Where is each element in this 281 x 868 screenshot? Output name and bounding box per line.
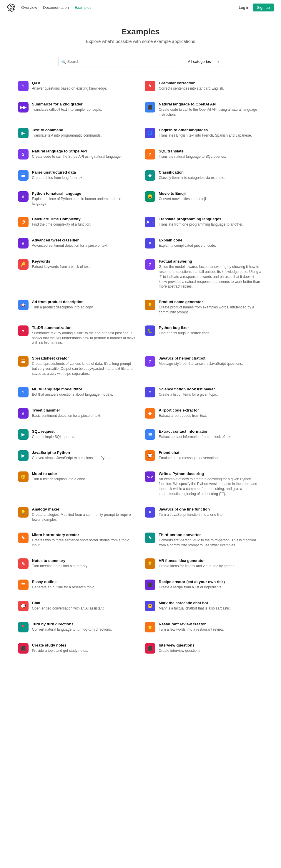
example-card[interactable]: ▶▶Summarize for a 2nd graderTranslates d… [14, 97, 140, 122]
example-card[interactable]: ▶JavaScript to PythonConvert simple Java… [14, 445, 140, 466]
card-desc: Create a recipe from a list of ingredien… [159, 585, 225, 590]
login-button[interactable]: Log in [238, 5, 249, 10]
card-title: Restaurant review creator [159, 622, 224, 626]
example-card[interactable]: 🌐English to other languagesTranslates En… [141, 123, 267, 143]
example-card[interactable]: ⬛Create study notesProvide a topic and g… [14, 638, 140, 658]
card-title: Turn by turn directions [32, 622, 112, 626]
card-desc: Create product names from examples words… [159, 305, 263, 315]
example-card[interactable]: 😊Movie to EmojiConvert movie titles into… [141, 186, 267, 212]
card-text: Ad from product descriptionTurn a produc… [32, 300, 93, 310]
card-text: Translate programming languagesTranslate… [159, 217, 243, 227]
example-card[interactable]: 💡Product name generatorCreate product na… [141, 294, 267, 320]
example-card[interactable]: #Python to natural languageExplain a pie… [14, 186, 140, 212]
card-desc: Create code to call the Stripe API using… [32, 154, 122, 159]
card-text: Mood to colorTurn a text description int… [32, 471, 86, 482]
example-card[interactable]: ⬛Recipe creator (eat at your own risk)Cr… [141, 575, 267, 595]
example-card[interactable]: 😊Mood to colorTurn a text description in… [14, 466, 140, 501]
nav-overview[interactable]: Overview [21, 5, 37, 10]
card-text: Tweet classifierBasic sentiment detectio… [32, 408, 101, 418]
example-card[interactable]: ?Q&AAnswer questions based on existing k… [14, 76, 140, 96]
card-icon: ▼ [18, 326, 29, 336]
example-card[interactable]: ▼TL;DR summarizationSummarize text by ad… [14, 320, 140, 350]
example-card[interactable]: ?ML/AI language model tutorBot that answ… [14, 382, 140, 402]
card-icon: ✎ [145, 532, 156, 543]
example-card[interactable]: 🔑KeywordsExtract keywords from a block o… [14, 254, 140, 294]
example-card[interactable]: ✎Grammar correctionCorrects sentences in… [141, 76, 267, 96]
example-card[interactable]: ▶Text to commandTranslate text into prog… [14, 123, 140, 143]
example-card[interactable]: #Tweet classifierBasic sentiment detecti… [14, 403, 140, 424]
example-card[interactable]: ☰Essay outlineGenerate an outline for a … [14, 575, 140, 595]
example-card[interactable]: ☰Spreadsheet creatorCreate spreadsheets … [14, 351, 140, 381]
category-select[interactable]: All categoriesQ&ACodeConversationGenerat… [185, 57, 223, 66]
example-card[interactable]: 💡Analogy makerCreate analogies. Modified… [14, 502, 140, 527]
card-icon: ? [145, 259, 156, 270]
example-card[interactable]: ?SQL translateTranslate natural language… [141, 144, 267, 164]
card-text: English to other languagesTranslates Eng… [159, 128, 252, 138]
example-card[interactable]: 💬Friend chatEmulate a text message conve… [141, 445, 267, 466]
example-card[interactable]: ⏱Calculate Time ComplexityFind the time … [14, 212, 140, 232]
hero-section: Examples Explore what's possible with so… [0, 15, 281, 51]
card-title: JavaScript helper chatbot [159, 356, 243, 361]
card-title: Recipe creator (eat at your own risk) [159, 580, 225, 584]
card-desc: Create a list of items for a given topic… [159, 392, 218, 397]
card-title: Q&A [32, 81, 107, 85]
card-desc: Create tables from long form text. [32, 175, 84, 180]
card-icon: ✎ [145, 81, 156, 91]
example-card[interactable]: 🐛Python bug fixerFind and fix bugs in so… [141, 320, 267, 350]
card-text: Turn by turn directionsConvert natural l… [32, 622, 112, 632]
example-card[interactable]: #Advanced tweet classifierAdvanced senti… [14, 233, 140, 253]
card-icon: ⏱ [18, 217, 29, 227]
card-desc: Convert natural language to turn-by-turn… [32, 627, 112, 632]
nav-logo [7, 3, 15, 12]
example-card[interactable]: ✎Notes to summaryTurn meeting notes into… [14, 553, 140, 574]
example-card[interactable]: 📍Turn by turn directionsConvert natural … [14, 617, 140, 638]
card-title: Natural language to OpenAI API [159, 102, 263, 106]
signup-button[interactable]: Sign up [253, 3, 274, 11]
card-title: Parse unstructured data [32, 170, 84, 175]
card-icon: ⬛ [18, 643, 29, 654]
card-title: Third-person converter [159, 532, 263, 537]
card-desc: Create ideas for fitness and virtual rea… [159, 564, 235, 569]
example-card[interactable]: ✉Extract contact informationExtract cont… [141, 424, 267, 445]
example-card[interactable]: ≡Science fiction book list makerCreate a… [141, 382, 267, 402]
card-text: Friend chatEmulate a text message conver… [159, 450, 219, 461]
example-card[interactable]: 😊Marv the sarcastic chat botMarv is a fa… [141, 596, 267, 616]
card-title: Chat [32, 601, 105, 605]
example-card[interactable]: 💬ChatOpen ended conversation with an AI … [14, 596, 140, 616]
example-card[interactable]: ▶SQL requestCreate simple SQL queries. [14, 424, 140, 445]
nav-examples[interactable]: Examples [75, 5, 91, 10]
example-card[interactable]: ⭐Restaurant review creatorTurn a few wor… [141, 617, 267, 638]
card-icon: A→ [145, 217, 156, 227]
category-select-wrapper: All categoriesQ&ACodeConversationGenerat… [185, 57, 223, 66]
example-card[interactable]: ✎Third-person converterConverts first-pe… [141, 528, 267, 553]
example-card[interactable]: #Explain codeExplain a complicated piece… [141, 233, 267, 253]
card-icon: 📢 [18, 300, 29, 310]
example-card[interactable]: 💡VR fitness idea generatorCreate ideas f… [141, 553, 267, 574]
example-card[interactable]: ?JavaScript helper chatbotMessage-style … [141, 351, 267, 381]
example-card[interactable]: A→Translate programming languagesTransla… [141, 212, 267, 232]
card-text: JavaScript to PythonConvert simple JavaS… [32, 450, 112, 461]
example-card[interactable]: $Natural language to Stripe APICreate co… [14, 144, 140, 164]
card-desc: Guide the model towards factual answerin… [159, 265, 263, 289]
card-title: Create study notes [32, 643, 88, 647]
example-card[interactable]: ◆Airport code extractorExtract airport c… [141, 403, 267, 424]
example-card[interactable]: ☰Parse unstructured dataCreate tables fr… [14, 165, 140, 186]
card-icon: 💡 [18, 507, 29, 518]
card-text: ChatOpen ended conversation with an AI a… [32, 601, 105, 611]
example-card[interactable]: </>Write a Python docstringAn example of… [141, 466, 267, 501]
example-card[interactable]: ?Factual answeringGuide the model toward… [141, 254, 267, 294]
nav-documentation[interactable]: Documentation [43, 5, 68, 10]
example-card[interactable]: ◆ClassificationClassify items into categ… [141, 165, 267, 186]
example-card[interactable]: ⬛Natural language to OpenAI APICreate co… [141, 97, 267, 122]
card-title: Airport code extractor [159, 408, 207, 412]
card-icon: 📍 [18, 622, 29, 632]
card-text: Recipe creator (eat at your own risk)Cre… [159, 580, 225, 590]
card-desc: Create simple SQL queries. [32, 434, 75, 439]
example-card[interactable]: ⬛Interview questionsCreate interview que… [141, 638, 267, 658]
example-card[interactable]: ✎Micro horror story creatorCreates two t… [14, 528, 140, 553]
search-input[interactable] [58, 57, 181, 66]
example-card[interactable]: 📢Ad from product descriptionTurn a produ… [14, 294, 140, 320]
card-icon: ✎ [18, 558, 29, 569]
card-title: Explain code [159, 238, 216, 242]
example-card[interactable]: ≡JavaScript one line functionTurn a Java… [141, 502, 267, 527]
